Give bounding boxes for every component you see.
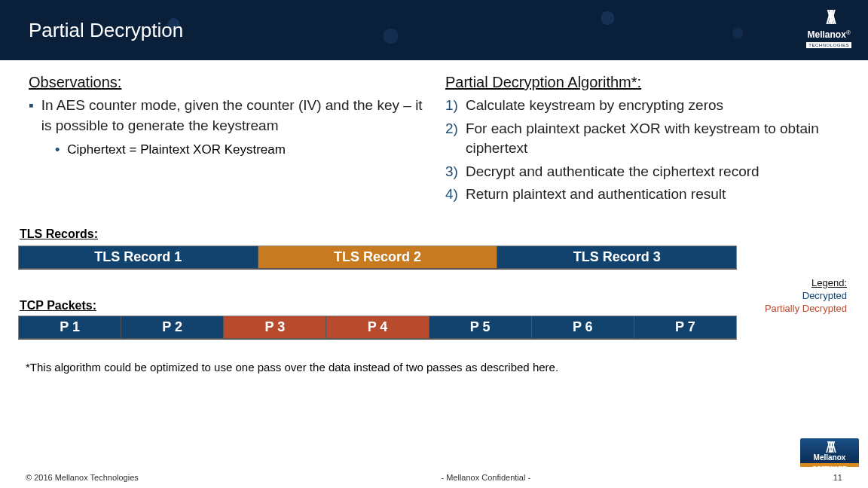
packet-3: P 3 (224, 316, 326, 338)
legend: Legend: Decrypted Partially Decrypted (765, 277, 847, 316)
tcp-heading-row: TCP Packets: Legend: Decrypted Partially… (18, 277, 850, 316)
footnote: *This algorithm could be optimized to us… (26, 361, 842, 374)
brand-logo-header: /\/\/\ Mellanox® TECHNOLOGIES (806, 6, 851, 48)
step-text: Decrypt and authenticate the ciphertext … (466, 162, 760, 182)
packet-2: P 2 (121, 316, 224, 338)
step-number: 3) (445, 162, 458, 182)
packet-4: P 4 (326, 316, 429, 338)
packet-5: P 5 (429, 316, 532, 338)
footer-page-number: 11 (833, 473, 842, 482)
footer-confidential: - Mellanox Confidential - (441, 473, 530, 482)
corner-logo-box: /\/\/\ Mellanox (800, 438, 859, 463)
tls-record-3: TLS Record 3 (497, 246, 736, 268)
step-number: 1) (445, 96, 458, 116)
step-text: Return plaintext and authentication resu… (466, 185, 726, 205)
brand-name: Mellanox (808, 29, 846, 40)
legend-title: Legend: (765, 277, 847, 290)
tls-records-wrap: TLS Record 1 TLS Record 2 TLS Record 3 (18, 246, 737, 270)
registered-icon: ® (846, 29, 851, 36)
tls-records-row: TLS Record 1 TLS Record 2 TLS Record 3 (18, 246, 737, 270)
left-column: Observations: ▪ In AES counter mode, giv… (29, 74, 423, 208)
tls-section: TLS Records: TLS Record 1 TLS Record 2 T… (0, 215, 868, 374)
observations-heading: Observations: (29, 74, 423, 91)
slide-footer: © 2016 Mellanox Technologies - Mellanox … (0, 467, 868, 488)
step-text: Calculate keystream by encrypting zeros (466, 96, 723, 116)
corner-brand-name: Mellanox (800, 453, 859, 462)
legend-partially-decrypted: Partially Decrypted (765, 303, 847, 316)
right-column: Partial Decryption Algorithm*: 1)Calcula… (445, 74, 839, 208)
step-number: 4) (445, 185, 458, 205)
observation-item: ▪ In AES counter mode, given the counter… (29, 96, 423, 136)
brand-subtext: TECHNOLOGIES (806, 42, 851, 48)
algorithm-list: 1)Calculate keystream by encrypting zero… (445, 96, 839, 205)
observation-sublist: • Ciphertext = Plaintext XOR Keystream (55, 140, 423, 160)
bridge-icon: /\/\/\ (800, 441, 859, 453)
packets-wrap: P 1 P 2 P 3 P 4 P 5 P 6 P 7 (18, 316, 850, 340)
dot-marker-icon: • (55, 140, 60, 160)
bullet-marker-icon: ▪ (29, 96, 34, 136)
packet-6: P 6 (532, 316, 634, 338)
algorithm-heading: Partial Decryption Algorithm*: (445, 74, 839, 91)
tcp-packets-heading: TCP Packets: (20, 299, 96, 313)
step-text: For each plaintext packet XOR with keyst… (466, 119, 839, 159)
tls-record-1: TLS Record 1 (19, 246, 258, 268)
content-columns: Observations: ▪ In AES counter mode, giv… (0, 60, 868, 215)
slide-title: Partial Decryption (29, 19, 183, 42)
tls-record-2: TLS Record 2 (258, 246, 498, 268)
packet-7: P 7 (634, 316, 736, 338)
observation-text: In AES counter mode, given the counter (… (41, 96, 423, 136)
tcp-packets-row: P 1 P 2 P 3 P 4 P 5 P 6 P 7 (18, 316, 737, 340)
observations-list: ▪ In AES counter mode, given the counter… (29, 96, 423, 136)
slide-header: Partial Decryption /\/\/\ Mellanox® TECH… (0, 0, 868, 60)
algorithm-step: 3)Decrypt and authenticate the ciphertex… (445, 162, 839, 182)
packet-1: P 1 (19, 316, 121, 338)
observation-subitem: • Ciphertext = Plaintext XOR Keystream (55, 140, 423, 160)
step-number: 2) (445, 119, 458, 159)
footer-copyright: © 2016 Mellanox Technologies (26, 473, 139, 482)
legend-decrypted: Decrypted (765, 290, 847, 303)
observation-subtext: Ciphertext = Plaintext XOR Keystream (67, 140, 286, 160)
algorithm-step: 4)Return plaintext and authentication re… (445, 185, 839, 205)
tls-records-heading: TLS Records: (20, 227, 850, 241)
algorithm-step: 1)Calculate keystream by encrypting zero… (445, 96, 839, 116)
bridge-icon: /\/\/\ (806, 6, 851, 29)
algorithm-step: 2)For each plaintext packet XOR with key… (445, 119, 839, 159)
